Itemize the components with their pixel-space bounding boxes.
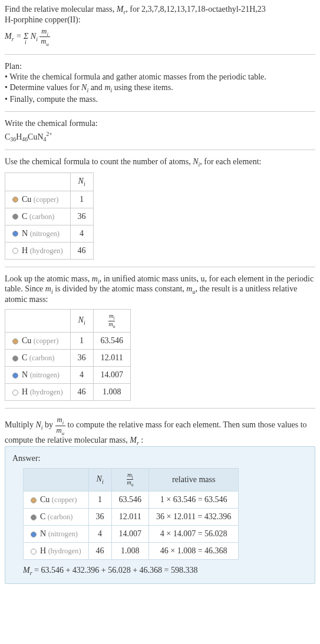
table-row: H (hydrogen)461.008 <box>5 384 131 401</box>
table-row: Cu (copper)163.5461 × 63.546 = 63.546 <box>24 491 239 508</box>
sigma-symbol: Σi <box>24 32 28 41</box>
divider <box>5 267 315 267</box>
table-row: C (carbon)3612.01136 × 12.011 = 432.396 <box>24 508 239 525</box>
step4-text: Multiply Ni by mi mu to compute the rela… <box>5 416 315 446</box>
answer-box: Answer: Ni mimu relative mass Cu (copper… <box>5 446 315 584</box>
step1-section: Write the chemical formula: C36H46CuN42+ <box>5 119 315 142</box>
element-dot-icon <box>12 390 18 396</box>
table-row: C (carbon)3612.011 <box>5 350 131 367</box>
table-header-row: Ni mimu <box>5 310 131 333</box>
header-ni: Ni <box>88 468 111 491</box>
chemical-formula: C36H46CuN42+ <box>5 131 315 142</box>
element-dot-icon <box>31 514 37 520</box>
fraction: mi mu <box>39 27 50 47</box>
element-dot-icon <box>31 497 37 503</box>
step2-section: Use the chemical formula to count the nu… <box>5 157 315 260</box>
step2-title: Use the chemical formula to count the nu… <box>5 157 315 168</box>
element-dot-icon <box>31 549 37 555</box>
header-blank <box>5 172 71 191</box>
intro-equation: Mr = Σi Ni mi mu <box>5 27 315 47</box>
step3-section: Look up the atomic mass, mi, in unified … <box>5 274 315 401</box>
element-dot-icon <box>12 197 18 203</box>
plan-bullet-2: • Determine values for Ni and mi using t… <box>5 83 315 94</box>
element-dot-icon <box>31 532 37 537</box>
divider <box>5 408 315 409</box>
element-dot-icon <box>12 231 18 237</box>
element-dot-icon <box>12 373 18 379</box>
header-ni: Ni <box>70 310 93 333</box>
final-equation: Mr = 63.546 + 432.396 + 56.028 + 46.368 … <box>12 566 308 576</box>
answer-title: Answer: <box>12 454 308 463</box>
table-header-row: Ni <box>5 172 94 191</box>
table-row: H (hydrogen)46 <box>5 242 94 259</box>
divider <box>5 54 315 55</box>
table-row: Cu (copper)163.546 <box>5 333 131 350</box>
mr-symbol: Mr <box>117 5 126 14</box>
header-ni: Ni <box>70 172 93 191</box>
step3-table: Ni mimu Cu (copper)163.546 C (carbon)361… <box>5 309 131 401</box>
divider <box>5 150 315 150</box>
table-row: N (nitrogen)4 <box>5 225 94 242</box>
step1-title: Write the chemical formula: <box>5 119 315 128</box>
header-mass-ratio: mimu <box>111 468 149 491</box>
step2-table: Ni Cu (copper)1 C (carbon)36 N (nitrogen… <box>5 172 94 260</box>
answer-table: Ni mimu relative mass Cu (copper)163.546… <box>23 468 239 560</box>
header-mass-ratio: mimu <box>93 310 131 333</box>
step3-text: Look up the atomic mass, mi, in unified … <box>5 274 315 305</box>
plan-bullet-3: • Finally, compute the mass. <box>5 95 315 104</box>
plan-bullet-1: • Write the chemical formula and gather … <box>5 72 315 82</box>
element-dot-icon <box>12 356 18 361</box>
step4-section: Multiply Ni by mi mu to compute the rela… <box>5 416 315 584</box>
element-dot-icon <box>12 248 18 254</box>
table-row: N (nitrogen)414.007 <box>5 367 131 384</box>
table-row: Cu (copper)1 <box>5 191 94 208</box>
element-dot-icon <box>12 214 18 220</box>
intro-text: Find the relative molecular mass, Mr, fo… <box>5 5 315 47</box>
header-relmass: relative mass <box>149 468 239 491</box>
plan-title: Plan: <box>5 62 315 71</box>
table-row: C (carbon)36 <box>5 208 94 225</box>
divider <box>5 111 315 112</box>
fraction: mi mu <box>55 416 66 436</box>
table-row: N (nitrogen)414.0074 × 14.007 = 56.028 <box>24 525 239 542</box>
plan-section: Plan: • Write the chemical formula and g… <box>5 62 315 104</box>
table-row: H (hydrogen)461.00846 × 1.008 = 46.368 <box>24 542 239 559</box>
table-header-row: Ni mimu relative mass <box>24 468 239 491</box>
intro-line1: Find the relative molecular mass, <box>5 5 117 14</box>
element-dot-icon <box>12 338 18 344</box>
